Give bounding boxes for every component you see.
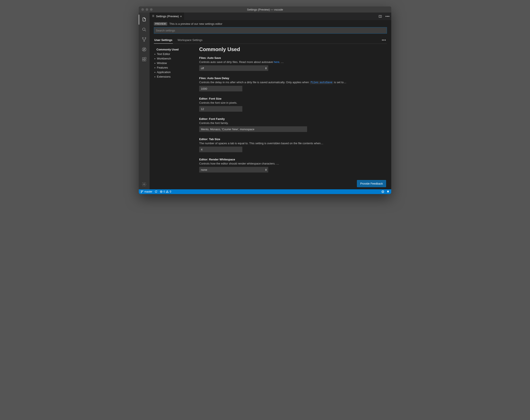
scope-actions-button[interactable]: ••• bbox=[381, 37, 387, 43]
warning-count: 0 bbox=[170, 190, 171, 193]
toc-features[interactable]: ▸Features bbox=[154, 65, 197, 70]
files-icon bbox=[142, 17, 147, 22]
setting-label: Editor: Tab Size bbox=[199, 138, 359, 141]
toc-text-editor[interactable]: ▸Text Editor bbox=[154, 52, 197, 56]
branch-name: master bbox=[144, 190, 152, 193]
toc-extensions[interactable]: ▸Extensions bbox=[154, 74, 197, 79]
setting-description: Controls the delay in ms after which a d… bbox=[199, 81, 359, 84]
chevron-right-icon: ▸ bbox=[154, 75, 156, 78]
toc-window[interactable]: ▸Window bbox=[154, 61, 197, 65]
error-icon bbox=[160, 190, 163, 193]
autosave-delay-input[interactable] bbox=[199, 86, 242, 91]
scope-workspace-settings[interactable]: Workspace Settings bbox=[177, 37, 203, 43]
status-notifications[interactable] bbox=[386, 190, 390, 193]
select-arrows-icon: ▴▾ bbox=[265, 168, 266, 171]
close-window-button[interactable] bbox=[141, 8, 144, 11]
setting-description: Controls how the editor should render wh… bbox=[199, 162, 359, 165]
svg-point-24 bbox=[142, 191, 143, 191]
select-value: none bbox=[201, 168, 207, 171]
status-branch[interactable]: master bbox=[140, 190, 152, 193]
toc-item-label: Workbench bbox=[157, 57, 171, 60]
tab-settings[interactable]: Settings (Preview) × bbox=[149, 13, 184, 20]
code-ref: files.autoSave bbox=[310, 81, 333, 84]
svg-rect-14 bbox=[142, 59, 144, 61]
toc-application[interactable]: ▸Application bbox=[154, 70, 197, 74]
setting-label: Editor: Render Whitespace bbox=[199, 158, 359, 161]
chevron-right-icon: ▸ bbox=[154, 53, 156, 55]
font-family-input[interactable] bbox=[199, 126, 307, 132]
scm-activity[interactable] bbox=[139, 34, 149, 44]
status-problems[interactable]: 0 0 bbox=[160, 190, 171, 193]
search-settings-box[interactable] bbox=[154, 27, 387, 34]
svg-point-23 bbox=[141, 191, 142, 191]
chevron-right-icon: ▸ bbox=[154, 71, 156, 73]
minimize-window-button[interactable] bbox=[146, 8, 148, 11]
setting-files-autosave: Files: Auto Save Controls auto save of d… bbox=[199, 56, 359, 71]
setting-description: Controls the font family. bbox=[199, 121, 359, 125]
titlebar: Settings (Preview) — vscode bbox=[139, 6, 391, 13]
bell-icon bbox=[386, 190, 390, 193]
gear-icon bbox=[142, 182, 147, 187]
preview-text: This is a preview of our new settings ed… bbox=[169, 22, 222, 26]
split-editor-button[interactable] bbox=[377, 13, 384, 20]
explorer-activity[interactable] bbox=[139, 15, 149, 25]
setting-editor-font-family: Editor: Font Family Controls the font fa… bbox=[199, 117, 359, 132]
svg-point-25 bbox=[141, 192, 142, 193]
sync-icon bbox=[155, 190, 158, 193]
search-settings-input[interactable] bbox=[156, 29, 385, 32]
setting-label: Files: Auto Save bbox=[199, 56, 359, 59]
zoom-window-button[interactable] bbox=[150, 8, 153, 11]
svg-rect-13 bbox=[142, 57, 144, 59]
toc-item-label: Features bbox=[157, 66, 168, 69]
chevron-right-icon: ▸ bbox=[154, 66, 156, 69]
status-feedback[interactable] bbox=[381, 190, 384, 193]
setting-label: Files: Auto Save Delay bbox=[199, 77, 359, 80]
preview-banner: PREVIEW This is a preview of our new set… bbox=[154, 20, 387, 27]
svg-point-0 bbox=[143, 28, 145, 31]
settings-gear-activity[interactable] bbox=[139, 179, 149, 189]
status-sync[interactable] bbox=[155, 190, 158, 193]
setting-editor-tab-size: Editor: Tab Size The number of spaces a … bbox=[199, 138, 359, 152]
svg-point-4 bbox=[144, 41, 145, 42]
settings-body: Commonly Used ▸Text Editor ▸Workbench ▸W… bbox=[154, 44, 387, 189]
setting-label: Editor: Font Size bbox=[199, 97, 359, 100]
setting-files-autosave-delay: Files: Auto Save Delay Controls the dela… bbox=[199, 77, 359, 91]
git-branch-icon bbox=[140, 190, 144, 193]
tab-overflow-button[interactable]: ••• bbox=[384, 13, 391, 20]
section-title: Commonly Used bbox=[199, 46, 387, 52]
extensions-activity[interactable] bbox=[139, 54, 149, 64]
debug-activity[interactable] bbox=[139, 44, 149, 54]
render-whitespace-select[interactable]: none ▴▾ bbox=[199, 167, 268, 172]
font-size-input[interactable] bbox=[199, 106, 242, 112]
extensions-icon bbox=[142, 57, 147, 62]
toc-commonly-used[interactable]: Commonly Used bbox=[154, 47, 197, 52]
close-icon[interactable]: × bbox=[180, 15, 182, 18]
toc-workbench[interactable]: ▸Workbench bbox=[154, 56, 197, 61]
svg-point-17 bbox=[144, 184, 145, 185]
tab-size-input[interactable] bbox=[199, 147, 242, 152]
svg-line-1 bbox=[145, 30, 146, 31]
settings-toc: Commonly Used ▸Text Editor ▸Workbench ▸W… bbox=[154, 44, 197, 189]
tab-title: Settings (Preview) bbox=[156, 15, 179, 18]
search-icon bbox=[142, 27, 147, 32]
autosave-doc-link[interactable]: here bbox=[274, 60, 279, 64]
scope-user-settings[interactable]: User Settings bbox=[154, 37, 173, 43]
toc-item-label: Application bbox=[157, 70, 171, 74]
svg-line-11 bbox=[145, 50, 146, 50]
settings-list[interactable]: Commonly Used Files: Auto Save Controls … bbox=[197, 44, 387, 189]
svg-point-33 bbox=[383, 191, 383, 192]
warning-icon bbox=[166, 190, 169, 193]
svg-point-31 bbox=[382, 191, 384, 193]
smiley-icon bbox=[381, 190, 384, 193]
svg-point-2 bbox=[142, 38, 144, 39]
svg-rect-16 bbox=[145, 57, 146, 59]
provide-feedback-button[interactable]: Provide Feedback bbox=[357, 180, 386, 187]
autosave-select[interactable]: off ▴▾ bbox=[199, 65, 268, 71]
svg-line-8 bbox=[143, 48, 143, 49]
chevron-right-icon: ▸ bbox=[154, 57, 156, 60]
toc-item-label: Text Editor bbox=[157, 52, 170, 56]
chevron-right-icon: ▸ bbox=[154, 62, 156, 64]
search-activity[interactable] bbox=[139, 25, 149, 34]
app-window: Settings (Preview) — vscode bbox=[139, 6, 391, 194]
svg-rect-15 bbox=[144, 59, 146, 61]
